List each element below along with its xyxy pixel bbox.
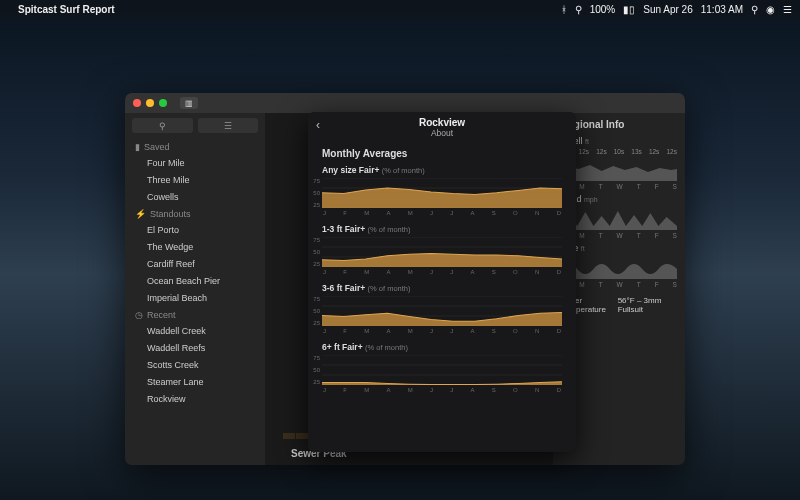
sidebar-item[interactable]: The Wedge: [125, 238, 265, 255]
about-modal: ‹ Rockview About Monthly Averages Any si…: [308, 112, 576, 452]
sidebar-item[interactable]: Scotts Creek: [125, 356, 265, 373]
water-temp-row: Water Temperature 56°F – 3mm Fullsuit: [561, 296, 677, 314]
chart-months: JFMAMJJASOND: [322, 210, 562, 216]
monthly-chart: 3-6 ft Fair+ (% of month)755025JFMAMJJAS…: [322, 283, 562, 334]
chart-months: JFMAMJJASOND: [322, 328, 562, 334]
chart-months: JFMAMJJASOND: [322, 269, 562, 275]
macos-menubar: Spitcast Surf Report ᚼ ⚲ 100% ▮▯ Sun Apr…: [0, 0, 800, 18]
sidebar-section-recent: ◷ Recent: [125, 306, 265, 322]
sidebar-item[interactable]: Ocean Beach Pier: [125, 272, 265, 289]
siri-icon[interactable]: ◉: [766, 4, 775, 15]
app-name[interactable]: Spitcast Surf Report: [18, 4, 115, 15]
sidebar-toggle-icon[interactable]: ▥: [180, 97, 198, 109]
view-toggle[interactable]: ▥: [180, 97, 198, 109]
modal-body[interactable]: Monthly Averages Any size Fair+ (% of mo…: [308, 142, 576, 452]
sidebar-item[interactable]: Waddell Reefs: [125, 339, 265, 356]
sidebar-item[interactable]: Three Mile: [125, 171, 265, 188]
sidebar: ⚲ ☰ ▮ Saved Four Mile Three Mile Cowells…: [125, 113, 265, 465]
swell-label: Swell ft: [561, 136, 677, 146]
swell-chart: [561, 157, 677, 181]
modal-title: Rockview: [316, 117, 568, 128]
sidebar-item[interactable]: Four Mile: [125, 154, 265, 171]
spotlight-icon[interactable]: ⚲: [751, 4, 758, 15]
sidebar-item[interactable]: Waddell Creek: [125, 322, 265, 339]
zoom-button[interactable]: [159, 99, 167, 107]
sidebar-section-standouts: ⚡ Standouts: [125, 205, 265, 221]
chart-months: JFMAMJJASOND: [322, 387, 562, 393]
chart-area: 755025: [322, 355, 562, 385]
monthly-chart: Any size Fair+ (% of month)755025JFMAMJJ…: [322, 165, 562, 216]
modal-subtitle: About: [316, 128, 568, 138]
chart-label: 6+ ft Fair+ (% of month): [322, 342, 562, 352]
chart-area: 755025: [322, 296, 562, 326]
monthly-chart: 1-3 ft Fair+ (% of month)755025JFMAMJJAS…: [322, 224, 562, 275]
titlebar: ▥: [125, 93, 685, 113]
swell-periods: 12s12s12s10s13s12s12s: [561, 148, 677, 155]
sidebar-item[interactable]: Steamer Lane: [125, 373, 265, 390]
regional-title: Regional Info: [561, 119, 677, 130]
tide-label: Tide ft: [561, 243, 677, 253]
minimize-button[interactable]: [146, 99, 154, 107]
chart-area: 755025: [322, 178, 562, 208]
sidebar-item[interactable]: Imperial Beach: [125, 289, 265, 306]
back-button[interactable]: ‹: [316, 118, 320, 132]
chart-label: 3-6 ft Fair+ (% of month): [322, 283, 562, 293]
chart-label: 1-3 ft Fair+ (% of month): [322, 224, 562, 234]
tide-days: SMTWTFS: [561, 281, 677, 288]
monthly-chart: 6+ ft Fair+ (% of month)755025JFMAMJJASO…: [322, 342, 562, 393]
search-button[interactable]: ⚲: [132, 118, 193, 133]
wind-days: SMTWTFS: [561, 232, 677, 239]
filter-button[interactable]: ☰: [198, 118, 259, 133]
monthly-averages-heading: Monthly Averages: [322, 148, 562, 159]
bluetooth-icon[interactable]: ᚼ: [561, 4, 567, 15]
sidebar-item[interactable]: El Porto: [125, 221, 265, 238]
chart-area: 755025: [322, 237, 562, 267]
swell-days: SMTWTFS: [561, 183, 677, 190]
notification-center-icon[interactable]: ☰: [783, 4, 792, 15]
menubar-date: Sun Apr 26: [643, 4, 692, 15]
tide-chart: [561, 255, 677, 279]
chart-label: Any size Fair+ (% of month): [322, 165, 562, 175]
battery-icon[interactable]: ▮▯: [623, 4, 635, 15]
close-button[interactable]: [133, 99, 141, 107]
sidebar-item[interactable]: Rockview: [125, 390, 265, 407]
wind-chart: [561, 206, 677, 230]
sidebar-section-saved: ▮ Saved: [125, 138, 265, 154]
sidebar-item[interactable]: Cowells: [125, 188, 265, 205]
wind-label: Wind mph: [561, 194, 677, 204]
sidebar-item[interactable]: Cardiff Reef: [125, 255, 265, 272]
wifi-icon[interactable]: ⚲: [575, 4, 582, 15]
battery-text: 100%: [590, 4, 616, 15]
modal-header: ‹ Rockview About: [308, 112, 576, 142]
menubar-time: 11:03 AM: [701, 4, 743, 15]
